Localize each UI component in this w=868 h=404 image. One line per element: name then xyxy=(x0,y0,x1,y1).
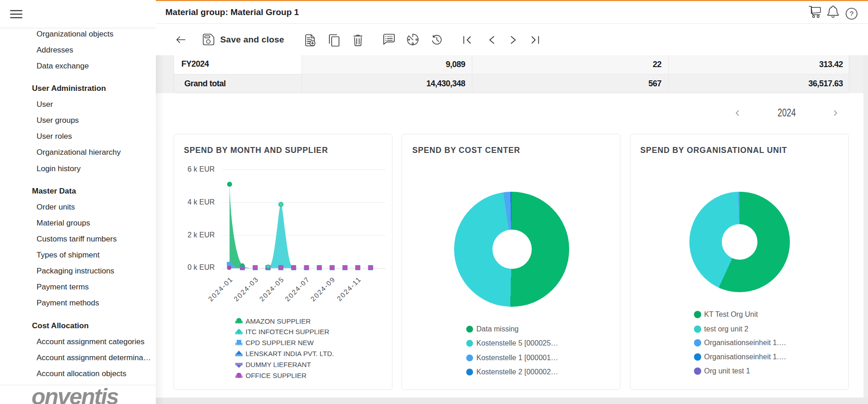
svg-text:?: ? xyxy=(850,10,854,17)
